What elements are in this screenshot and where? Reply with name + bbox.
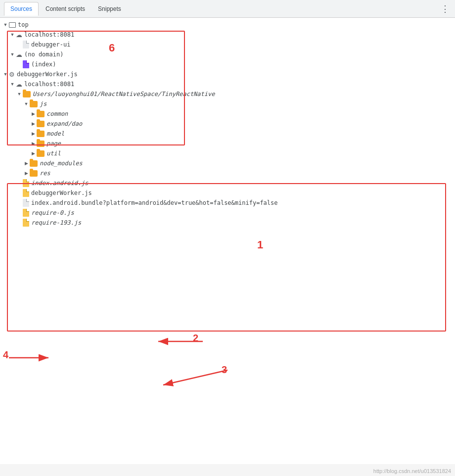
- folder-icon-common: [37, 111, 45, 117]
- file-icon-require-193: [23, 219, 29, 227]
- arrow-common[interactable]: [30, 110, 37, 117]
- folder-icon-expand-dao: [37, 121, 45, 127]
- tree-item-require-193[interactable]: require-193.js: [0, 218, 455, 228]
- tree-item-localhost-worker[interactable]: ☁ localhost:8081: [0, 79, 455, 89]
- label-model: model: [46, 130, 64, 137]
- cloud-icon-localhost-top: ☁: [16, 31, 22, 39]
- arrow-res[interactable]: [23, 170, 30, 177]
- arrow-users-path[interactable]: [16, 91, 23, 97]
- arrow-debugger-ui: [16, 41, 23, 48]
- tree-item-expand-dao[interactable]: expand/dao: [0, 119, 455, 129]
- file-icon-index-android-js: [23, 179, 29, 187]
- tree-item-index[interactable]: (index): [0, 59, 455, 69]
- tree-item-users-path[interactable]: Users/luoyonghui01/ReactNativeSpace/Tiny…: [0, 89, 455, 99]
- folder-icon-model: [37, 131, 45, 137]
- label-page: page: [46, 140, 61, 147]
- tree-item-debuggerworker-root[interactable]: ⚙ debuggerWorker.js: [0, 69, 455, 79]
- tree-item-common[interactable]: common: [0, 109, 455, 119]
- arrow-index-android-js: [16, 180, 23, 187]
- arrow-expand-dao[interactable]: [30, 120, 37, 127]
- arrow-js[interactable]: [23, 100, 30, 107]
- tree-item-debugger-ui[interactable]: debugger-ui: [0, 40, 455, 49]
- tree-item-res[interactable]: res: [0, 168, 455, 178]
- label-top: top: [18, 21, 29, 28]
- tree-item-js[interactable]: js: [0, 99, 455, 109]
- arrow-node-modules[interactable]: [23, 160, 30, 167]
- folder-icon-users-path: [23, 91, 31, 97]
- arrow-page[interactable]: [30, 140, 37, 147]
- tree-item-node-modules[interactable]: node_modules: [0, 158, 455, 168]
- folder-icon-util: [37, 150, 45, 157]
- tree-item-no-domain[interactable]: ☁ (no domain): [0, 49, 455, 59]
- tree-item-debuggerworker-file[interactable]: debuggerWorker.js: [0, 188, 455, 198]
- arrow-require-193: [16, 219, 23, 226]
- arrow-model[interactable]: [30, 130, 37, 137]
- label-localhost-top: localhost:8081: [24, 31, 74, 38]
- label-require-193: require-193.js: [31, 219, 81, 226]
- label-users-path: Users/luoyonghui01/ReactNativeSpace/Tiny…: [33, 91, 215, 97]
- file-icon-index: [23, 60, 29, 68]
- arrow-index: [16, 61, 23, 68]
- file-icon-index-android-bundle: [23, 199, 29, 207]
- arrow-debuggerworker-root[interactable]: [2, 71, 9, 78]
- label-localhost-worker: localhost:8081: [24, 81, 74, 88]
- tab-sources[interactable]: Sources: [4, 2, 39, 16]
- watermark: http://blog.csdn.net/u013531824: [373, 468, 451, 474]
- cloud-icon-localhost-worker: ☁: [16, 81, 22, 88]
- gear-icon-debuggerworker: ⚙: [9, 71, 15, 78]
- tab-bar: Sources Content scripts Snippets ⋮: [0, 0, 455, 18]
- label-util: util: [46, 150, 61, 157]
- file-icon-debugger-ui: [23, 41, 29, 48]
- tree-item-index-android-js[interactable]: index.android.js: [0, 178, 455, 188]
- label-debugger-ui: debugger-ui: [31, 41, 70, 48]
- tree-item-top[interactable]: top: [0, 20, 455, 30]
- label-js: js: [40, 100, 46, 107]
- label-node-modules: node_modules: [40, 160, 83, 167]
- arrow-util[interactable]: [30, 150, 37, 157]
- label-index-android-js: index.android.js: [31, 180, 89, 187]
- folder-icon-node-modules: [30, 160, 38, 167]
- more-button[interactable]: ⋮: [439, 3, 451, 15]
- tab-snippets[interactable]: Snippets: [92, 2, 127, 15]
- arrow-no-domain[interactable]: [9, 51, 16, 58]
- label-index-android-bundle: index.android.bundle?platform=android&de…: [31, 199, 278, 206]
- cloud-icon-no-domain: ☁: [16, 51, 22, 58]
- tree-item-page[interactable]: page: [0, 139, 455, 148]
- tree-item-require-0[interactable]: require-0.js: [0, 208, 455, 218]
- label-common: common: [46, 110, 68, 117]
- arrow-index-android-bundle: [16, 199, 23, 206]
- arrow-debuggerworker-file: [16, 190, 23, 196]
- label-debuggerworker-root: debuggerWorker.js: [17, 71, 78, 78]
- square-icon-top: [9, 22, 16, 28]
- tree-item-util[interactable]: util: [0, 148, 455, 158]
- tab-content-scripts[interactable]: Content scripts: [40, 2, 91, 15]
- tree-item-model[interactable]: model: [0, 129, 455, 139]
- label-expand-dao: expand/dao: [46, 120, 82, 127]
- arrow-localhost-worker[interactable]: [9, 81, 16, 88]
- folder-icon-res: [30, 170, 38, 177]
- file-icon-debuggerworker-file: [23, 189, 29, 197]
- label-res: res: [40, 170, 50, 177]
- tree-item-index-android-bundle[interactable]: index.android.bundle?platform=android&de…: [0, 198, 455, 208]
- arrow-top[interactable]: [2, 21, 9, 28]
- folder-icon-js: [30, 101, 38, 107]
- arrow-require-0: [16, 209, 23, 216]
- label-require-0: require-0.js: [31, 209, 74, 216]
- folder-icon-page: [37, 141, 45, 147]
- arrow-localhost-top[interactable]: [9, 31, 16, 38]
- label-index: (index): [31, 61, 56, 68]
- tree-panel: top ☁ localhost:8081 debugger-ui ☁ (no d…: [0, 18, 455, 464]
- label-no-domain: (no domain): [24, 51, 63, 58]
- file-icon-require-0: [23, 209, 29, 217]
- label-debuggerworker-file: debuggerWorker.js: [31, 190, 92, 196]
- tree-item-localhost-top[interactable]: ☁ localhost:8081: [0, 30, 455, 40]
